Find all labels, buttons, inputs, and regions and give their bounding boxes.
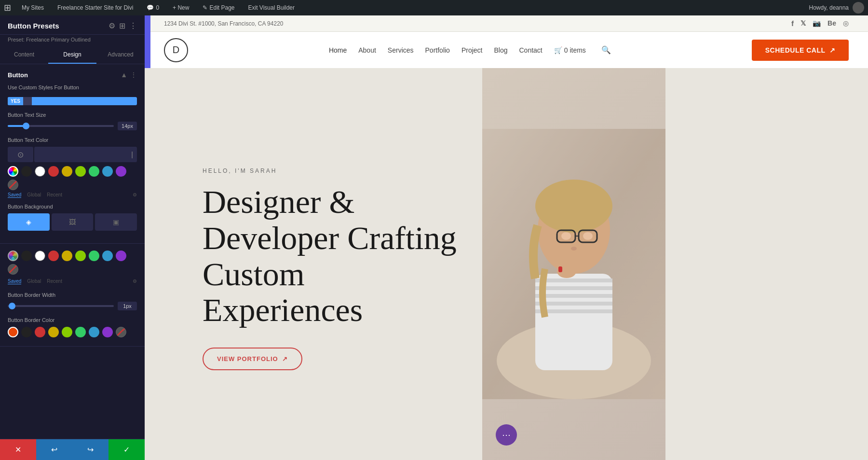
wp-logo-icon[interactable]: ⊞	[4, 2, 11, 13]
color-tab-saved[interactable]: Saved	[8, 192, 21, 198]
comments-item[interactable]: 💬 0	[144, 0, 162, 15]
color-swatch-brush[interactable]	[8, 166, 18, 177]
border-settings-icon[interactable]: ⚙	[133, 279, 137, 284]
border-swatch-red[interactable]	[48, 251, 59, 261]
nav-blog[interactable]: Blog	[494, 46, 507, 54]
border-tab-global[interactable]: Global	[27, 279, 41, 284]
nav-cart[interactable]: 🛒 0 items	[554, 46, 586, 54]
panel-grid-icon[interactable]: ⊞	[119, 21, 125, 30]
panel-header: Button Presets ⚙ ⊞ ⋮	[0, 15, 145, 35]
hero-title: Designer & Developer Crafting Custom Exp…	[203, 184, 463, 328]
floating-dots-button[interactable]: ⋯	[496, 424, 517, 446]
undo-button[interactable]: ↩	[36, 439, 72, 460]
behance-icon[interactable]: Be	[827, 19, 836, 28]
text-size-control: 14px	[8, 122, 137, 130]
nav-portfolio[interactable]: Portfolio	[425, 46, 450, 54]
logo-letter: D	[173, 44, 179, 56]
border-swatch-green[interactable]	[89, 251, 99, 261]
border-color-green[interactable]	[75, 327, 86, 337]
border-color-black[interactable]	[21, 327, 32, 337]
border-width-value[interactable]: 1px	[118, 302, 137, 310]
text-size-thumb[interactable]	[23, 123, 29, 129]
custom-styles-toggle[interactable]: YES	[8, 97, 137, 105]
border-color-red[interactable]	[35, 327, 45, 337]
border-color-purple[interactable]	[102, 327, 113, 337]
color-swatch-black[interactable]	[21, 166, 32, 177]
border-tab-saved[interactable]: Saved	[8, 279, 21, 284]
border-swatch-white[interactable]	[35, 251, 45, 261]
border-width-track[interactable]	[8, 305, 114, 307]
border-swatch-blue[interactable]	[102, 251, 113, 261]
color-swatch-purple[interactable]	[116, 166, 126, 177]
cancel-button[interactable]: ✕	[0, 439, 36, 460]
border-swatch-black[interactable]	[21, 251, 32, 261]
color-swatch-white[interactable]	[35, 166, 45, 177]
panel-settings-icon[interactable]: ⚙	[108, 21, 115, 30]
cart-count: 0 items	[564, 46, 586, 54]
save-icon: ✓	[123, 445, 130, 454]
nav-contact[interactable]: Contact	[519, 46, 542, 54]
my-sites-menu[interactable]: My Sites	[19, 0, 47, 15]
nav-project[interactable]: Project	[461, 46, 483, 54]
hero-subtitle: HELLO, I'M SARAH	[203, 167, 463, 174]
dribbble-icon[interactable]: ◎	[843, 19, 849, 28]
save-button[interactable]: ✓	[108, 439, 145, 460]
border-swatch-lime[interactable]	[75, 251, 86, 261]
tab-advanced[interactable]: Advanced	[96, 46, 145, 64]
bg-option-image[interactable]: 🖼	[52, 213, 94, 231]
bg-option-gradient[interactable]: ▣	[95, 213, 137, 231]
facebook-icon[interactable]: f	[791, 19, 794, 28]
view-portfolio-arrow: ↗	[282, 355, 288, 362]
color-input-box[interactable]: |	[34, 147, 137, 162]
color-swatch-red[interactable]	[48, 166, 59, 177]
exit-builder-item[interactable]: Exit Visual Builder	[245, 0, 298, 15]
color-swatch-yellow[interactable]	[62, 166, 72, 177]
howdy-text: Howdy, deanna	[809, 4, 849, 11]
search-icon[interactable]: 🔍	[601, 45, 611, 55]
user-avatar[interactable]	[853, 2, 864, 14]
panel-bottom-toolbar: ✕ ↩ ↪ ✓	[0, 439, 145, 460]
text-size-value[interactable]: 14px	[118, 122, 137, 130]
border-color-edit[interactable]	[116, 327, 126, 337]
nav-about[interactable]: About	[358, 46, 376, 54]
color-tab-recent[interactable]: Recent	[47, 192, 62, 198]
new-item[interactable]: + New	[170, 0, 192, 15]
site-name-item[interactable]: Freelance Starter Site for Divi	[54, 0, 136, 15]
border-swatch-purple[interactable]	[116, 251, 126, 261]
edit-page-item[interactable]: ✎ Edit Page	[200, 0, 237, 15]
nav-home[interactable]: Home	[329, 46, 347, 54]
color-eyedropper-box[interactable]: ⊙	[8, 147, 33, 162]
border-swatch-edit[interactable]	[8, 264, 18, 275]
svg-rect-6	[535, 286, 612, 290]
color-swatch-blue[interactable]	[102, 166, 113, 177]
twitter-x-icon[interactable]: 𝕏	[800, 19, 806, 28]
border-color-blue[interactable]	[89, 327, 99, 337]
site-logo[interactable]: D	[164, 38, 188, 62]
border-color-active[interactable]	[8, 327, 18, 337]
bg-option-color[interactable]: ◈	[8, 213, 50, 231]
border-color-lime[interactable]	[62, 327, 72, 337]
border-swatch-yellow[interactable]	[62, 251, 72, 261]
redo-button[interactable]: ↪	[72, 439, 108, 460]
site-navigation: Home About Services Portfolio Project Bl…	[329, 45, 611, 55]
schedule-call-button[interactable]: SCHEDULE CALL ↗	[752, 40, 849, 61]
section-more-icon[interactable]: ⋮	[130, 71, 137, 79]
border-tab-recent[interactable]: Recent	[47, 279, 62, 284]
border-width-thumb[interactable]	[9, 303, 15, 309]
text-size-track[interactable]	[8, 125, 114, 127]
nav-services[interactable]: Services	[388, 46, 414, 54]
view-portfolio-button[interactable]: VIEW PORTFOLIO ↗	[203, 348, 302, 370]
section-collapse-icon[interactable]: ▲	[121, 71, 127, 79]
tab-content[interactable]: Content	[0, 46, 48, 64]
border-color-yellow[interactable]	[48, 327, 59, 337]
border-swatch-active[interactable]	[8, 251, 18, 261]
color-settings-icon[interactable]: ⚙	[133, 192, 137, 198]
color-swatch-yellow-green[interactable]	[75, 166, 86, 177]
color-swatch-green[interactable]	[89, 166, 99, 177]
instagram-icon[interactable]: 📷	[813, 19, 821, 28]
section-icons: ▲ ⋮	[121, 71, 137, 79]
color-swatch-strikethrough[interactable]	[8, 180, 18, 190]
color-tab-global[interactable]: Global	[27, 192, 41, 198]
tab-design[interactable]: Design	[48, 46, 96, 64]
panel-more-icon[interactable]: ⋮	[129, 21, 137, 30]
